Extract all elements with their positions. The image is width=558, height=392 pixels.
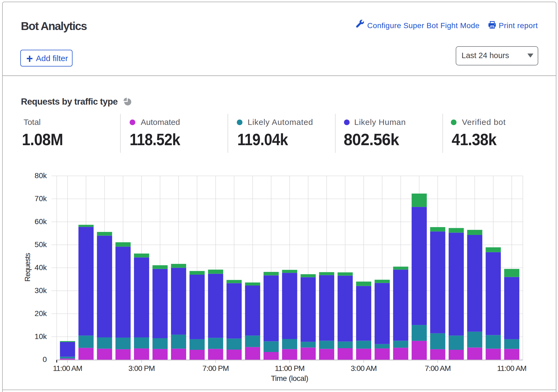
svg-text:70k: 70k	[35, 194, 47, 203]
svg-text:11:00 AM: 11:00 AM	[497, 364, 526, 373]
svg-text:10k: 10k	[35, 332, 47, 341]
svg-text:Time (local): Time (local)	[271, 374, 308, 383]
svg-text:30k: 30k	[35, 286, 47, 295]
svg-text:3:00 PM: 3:00 PM	[128, 364, 155, 373]
svg-text:0: 0	[42, 355, 47, 364]
svg-text:3:00 AM: 3:00 AM	[351, 364, 377, 373]
svg-text:7:00 PM: 7:00 PM	[202, 364, 229, 373]
svg-text:40k: 40k	[35, 263, 47, 272]
svg-text:7:00 AM: 7:00 AM	[425, 364, 451, 373]
svg-text:60k: 60k	[35, 217, 47, 226]
svg-text:Requests: Requests	[24, 253, 32, 282]
svg-text:11:00 AM: 11:00 AM	[53, 364, 82, 373]
svg-text:11:00 PM: 11:00 PM	[275, 364, 304, 373]
svg-text:50k: 50k	[35, 240, 47, 249]
svg-text:80k: 80k	[35, 171, 47, 180]
svg-text:20k: 20k	[35, 309, 47, 318]
